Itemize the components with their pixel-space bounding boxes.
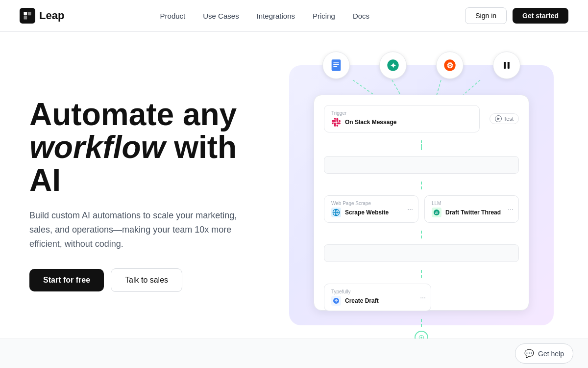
- step4-row: Typefully Create Draft ···: [324, 284, 519, 311]
- get-help-label: Get help: [538, 350, 564, 358]
- step4-header: Create Draft: [331, 296, 424, 306]
- top-integration-icons: ✦ ⚙: [322, 52, 520, 79]
- connector-4: [421, 270, 422, 278]
- hero-buttons: Start for free Talk to sales: [29, 268, 265, 292]
- hero-subtitle: Build custom AI automations to scale you…: [29, 209, 255, 251]
- nav-docs[interactable]: Docs: [353, 12, 369, 20]
- logo-icon: [20, 8, 35, 24]
- connector-3: [421, 231, 422, 238]
- step4-actions[interactable]: ···: [420, 293, 426, 301]
- step4-title: Create Draft: [345, 297, 379, 304]
- step2-header: Scrape Website: [331, 208, 411, 217]
- svg-rect-0: [24, 12, 27, 16]
- web-scrape-icon: [331, 208, 341, 217]
- llm-card: LLM AI Draft Twitter Thread ···: [424, 195, 519, 223]
- svg-rect-11: [504, 62, 506, 69]
- step3-header: AI Draft Twitter Thread: [432, 208, 512, 217]
- svg-rect-3: [332, 59, 341, 71]
- test-play-icon: [495, 115, 502, 122]
- hero-right: ✦ ⚙: [284, 65, 559, 325]
- step4-label: Typefully: [331, 289, 424, 294]
- svg-text:⚙: ⚙: [446, 60, 453, 69]
- connector-5: [421, 319, 422, 327]
- svg-rect-6: [333, 66, 337, 67]
- trigger-header: On Slack Message: [331, 117, 472, 127]
- connector-1: [421, 140, 422, 150]
- nav-integrations[interactable]: Integrations: [257, 12, 295, 20]
- connector-2: [421, 182, 422, 189]
- svg-text:✦: ✦: [390, 61, 396, 69]
- step2-label: Web Page Scrape: [331, 201, 411, 206]
- wide-bar-1: [324, 156, 519, 174]
- step3-actions[interactable]: ···: [508, 205, 514, 213]
- workflow-panel: Trigger On Slack Message: [314, 95, 529, 311]
- step3-label: LLM: [432, 201, 512, 206]
- logo[interactable]: Leap: [20, 8, 64, 24]
- test-badge[interactable]: Test: [490, 113, 519, 124]
- trigger-row: Trigger On Slack Message: [324, 105, 519, 132]
- wide-bar-2: [324, 244, 519, 262]
- trigger-title: On Slack Message: [345, 119, 396, 126]
- nav-use-cases[interactable]: Use Cases: [203, 12, 239, 20]
- talk-sales-button[interactable]: Talk to sales: [111, 268, 182, 292]
- hero-left: Automate any workflow with AI Build cust…: [29, 98, 284, 292]
- svg-rect-12: [508, 62, 510, 69]
- slack-icon: [331, 117, 341, 127]
- footer-bar: 💬 Get help: [0, 339, 588, 368]
- step2-row: Web Page Scrape Scrape Website ··· LLM: [324, 195, 519, 223]
- get-help-button[interactable]: 💬 Get help: [515, 343, 573, 364]
- svg-text:AI: AI: [435, 210, 439, 214]
- workflow-diagram: ✦ ⚙: [289, 65, 554, 325]
- trigger-label: Trigger: [331, 110, 472, 116]
- hero-title: Automate any workflow with AI: [29, 98, 265, 197]
- llm-icon: AI: [432, 208, 441, 217]
- pause-icon: [493, 52, 520, 79]
- svg-rect-1: [28, 12, 31, 16]
- svg-point-24: [420, 337, 422, 339]
- google-docs-icon: [322, 52, 350, 79]
- step3-title: Draft Twitter Thread: [445, 209, 501, 216]
- start-free-button[interactable]: Start for free: [29, 269, 104, 291]
- openai-icon: ✦: [379, 52, 407, 79]
- navbar: Leap Product Use Cases Integrations Pric…: [0, 0, 588, 32]
- step2-actions[interactable]: ···: [407, 205, 413, 213]
- logo-text: Leap: [39, 9, 64, 22]
- svg-rect-4: [333, 62, 339, 63]
- typefully-icon: [331, 296, 341, 306]
- step2-title: Scrape Website: [345, 209, 389, 216]
- svg-rect-5: [333, 64, 339, 65]
- trigger-card: Trigger On Slack Message: [324, 105, 480, 132]
- typefully-card: Typefully Create Draft ···: [324, 284, 431, 311]
- hero-section: Automate any workflow with AI Build cust…: [0, 32, 588, 339]
- test-area: Test: [486, 105, 519, 132]
- nav-links: Product Use Cases Integrations Pricing D…: [160, 12, 370, 20]
- zapier-icon: ⚙: [436, 52, 464, 79]
- signin-button[interactable]: Sign in: [465, 7, 507, 24]
- web-scrape-card: Web Page Scrape Scrape Website ···: [324, 195, 418, 223]
- nav-actions: Sign in Get started: [465, 7, 568, 24]
- getstarted-button[interactable]: Get started: [513, 8, 568, 24]
- nav-product[interactable]: Product: [160, 12, 186, 20]
- svg-rect-2: [24, 16, 27, 20]
- chat-icon: 💬: [524, 349, 534, 358]
- nav-pricing[interactable]: Pricing: [313, 12, 335, 20]
